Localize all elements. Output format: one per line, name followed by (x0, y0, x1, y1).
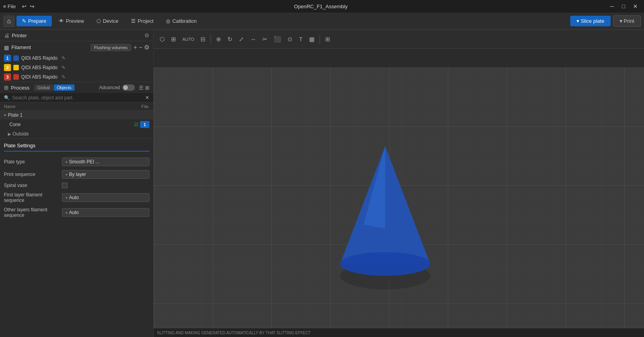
nav-bar: ⌂ ✎ Prepare 👁 Preview ⬡ Device ☰ Project… (0, 13, 644, 30)
tool-scale-btn[interactable]: ⤢ (236, 34, 247, 44)
object-list: Name Fila. ▾ Plate 1 Cone ☑ 1 ▶ Outside (0, 103, 153, 138)
other-layers-value: Auto (69, 210, 79, 215)
filament-num-1: 1 (4, 55, 11, 62)
cone-item[interactable]: Cone ☑ 1 (0, 119, 153, 130)
first-layer-value: Auto (69, 195, 79, 200)
left-panel: 🖨 Printer ⚙ ▦ Filament Flushing volumes … (0, 30, 154, 337)
title-bar: ≡ File ↩ ↪ OpenRC_F1_Assembly ─ □ ✕ (0, 0, 644, 13)
tool-move-btn[interactable]: ⊕ (213, 34, 224, 44)
advanced-toggle[interactable] (122, 84, 135, 91)
search-icon: 🔍 (4, 95, 10, 101)
plate-settings-title: Plate Settings (4, 143, 149, 152)
add-filament-btn[interactable]: + (133, 44, 137, 51)
printer-settings-icon[interactable]: ⚙ (144, 32, 149, 38)
filament-name-3: QIDI ABS Rapido (21, 74, 58, 80)
minimize-btn[interactable]: ─ (607, 2, 617, 10)
remove-filament-btn[interactable]: − (139, 44, 142, 51)
plate-type-value: Smooth PEI ... (69, 159, 99, 165)
main-layout: 🖨 Printer ⚙ ▦ Filament Flushing volumes … (0, 30, 644, 337)
plate-settings-panel: Plate Settings Plate type ▾ Smooth PEI .… (0, 139, 153, 337)
process-title: Process (11, 85, 29, 91)
spiral-vase-label: Spiral vase (4, 183, 59, 188)
plate-type-row: Plate type ▾ Smooth PEI ... (4, 156, 149, 168)
cone-filament-badge: 1 (140, 121, 149, 128)
tool-cut-btn[interactable]: ✂ (260, 34, 270, 44)
global-objects-toggle: Global Objects (34, 84, 75, 91)
tool-fill-btn[interactable]: ▦ (306, 34, 317, 44)
filament-num-2: 2 (4, 64, 11, 71)
list-header: Name Fila. (0, 103, 153, 111)
header-name: Name (4, 104, 126, 109)
tool-layers-btn[interactable]: ⊞ (322, 34, 333, 44)
status-text: SLITTING AND MAKING GENERATED AUTOMATICA… (157, 331, 311, 335)
menu-file[interactable]: ≡ File (3, 4, 16, 9)
process-list-icon[interactable]: ☰ (139, 85, 144, 91)
slice-plate-btn[interactable]: ▾ Slice plate (570, 16, 611, 26)
tool-text-btn[interactable]: T (296, 34, 305, 44)
tool-cube-btn[interactable]: ⬡ (157, 34, 167, 44)
tool-seam-btn[interactable]: ⊙ (285, 34, 295, 44)
project-icon: ☰ (131, 18, 136, 24)
tool-support-btn[interactable]: ⬛ (271, 34, 284, 44)
plate-expand-icon: ▾ (4, 113, 6, 118)
maximize-btn[interactable]: □ (619, 2, 628, 10)
home-btn[interactable]: ⌂ (3, 15, 15, 27)
print-sequence-value: By layer (69, 172, 86, 177)
tool-auto-btn[interactable]: AUTO (180, 35, 197, 43)
other-layers-arrow: ▾ (65, 211, 67, 215)
window-controls: ─ □ ✕ (607, 2, 641, 10)
search-clear-icon[interactable]: ✕ (145, 95, 149, 101)
header-filament: Fila. (126, 104, 149, 109)
print-sequence-dropdown[interactable]: ▾ By layer (62, 170, 149, 179)
first-layer-filament-dropdown[interactable]: ▾ Auto (62, 193, 149, 202)
tool-rotate-btn[interactable]: ↻ (225, 34, 235, 44)
cone-check[interactable]: ☑ (134, 122, 138, 127)
filament-edit-2[interactable]: ✎ (62, 65, 65, 70)
viewport-container: ⬡ ⊞ AUTO ⊟ ⊕ ↻ ⤢ ↔ ✂ ⬛ ⊙ T ▦ ⊞ (154, 30, 644, 337)
tool-layout-btn[interactable]: ⊟ (198, 34, 208, 44)
tab-preview[interactable]: 👁 Preview (53, 16, 89, 26)
tab-project[interactable]: ☰ Project (126, 16, 159, 26)
filament-edit-3[interactable]: ✎ (62, 74, 65, 80)
toolbar: ⬡ ⊞ AUTO ⊟ ⊕ ↻ ⤢ ↔ ✂ ⬛ ⊙ T ▦ ⊞ (154, 30, 644, 49)
objects-btn[interactable]: Objects (54, 84, 75, 91)
tab-prepare[interactable]: ✎ Prepare (16, 16, 52, 26)
other-layers-filament-dropdown[interactable]: ▾ Auto (62, 208, 149, 217)
tab-calibration[interactable]: ◎ Calibration (160, 16, 202, 26)
prepare-icon: ✎ (22, 18, 26, 24)
plate-type-dropdown[interactable]: ▾ Smooth PEI ... (62, 158, 149, 166)
plate-1-item[interactable]: ▾ Plate 1 (0, 111, 153, 119)
first-layer-arrow: ▾ (65, 196, 67, 200)
print-sequence-label: Print sequence (4, 172, 59, 177)
plate-type-arrow: ▾ (65, 160, 67, 164)
filament-color-swatch-1 (13, 55, 19, 61)
process-header: ⊞ Process Global Objects Advanced ☰ ⊞ (0, 82, 153, 93)
print-sequence-arrow: ▾ (65, 172, 67, 177)
process-grid-icon[interactable]: ⊞ (145, 85, 149, 91)
spiral-vase-checkbox[interactable] (62, 183, 67, 188)
search-input[interactable] (12, 95, 143, 101)
calibration-icon: ◎ (166, 18, 170, 24)
tab-device[interactable]: ⬡ Device (91, 16, 124, 26)
filament-edit-1[interactable]: ✎ (62, 55, 65, 61)
undo-btn[interactable]: ↩ (22, 3, 27, 9)
first-layer-filament-row: First layer filament sequence ▾ Auto (4, 190, 149, 205)
redo-btn[interactable]: ↪ (30, 3, 35, 9)
filament-settings-btn[interactable]: ⚙ (144, 44, 149, 51)
search-box: 🔍 ✕ (0, 93, 153, 103)
svg-point-5 (340, 252, 430, 276)
outside-item[interactable]: ▶ Outside (0, 130, 153, 138)
close-btn[interactable]: ✕ (630, 2, 641, 10)
cone-name: Cone (9, 122, 134, 127)
tool-mirror-btn[interactable]: ↔ (247, 34, 259, 44)
tool-grid-btn[interactable]: ⊞ (168, 34, 179, 44)
toolbar-divider-2 (320, 35, 320, 44)
print-btn[interactable]: ▾ Print (613, 15, 641, 27)
status-bar: SLITTING AND MAKING GENERATED AUTOMATICA… (154, 328, 644, 337)
filament-item-2: 2 QIDI ABS Rapido ✎ (0, 63, 153, 72)
flushing-volumes-btn[interactable]: Flushing volumes (91, 44, 131, 51)
other-layers-filament-row: Other layers filament sequence ▾ Auto (4, 205, 149, 220)
3d-viewport[interactable]: SLITTING AND MAKING GENERATED AUTOMATICA… (154, 68, 644, 337)
global-btn[interactable]: Global (34, 84, 53, 91)
filament-section: ▦ Filament Flushing volumes + − ⚙ 1 QIDI… (0, 41, 153, 82)
